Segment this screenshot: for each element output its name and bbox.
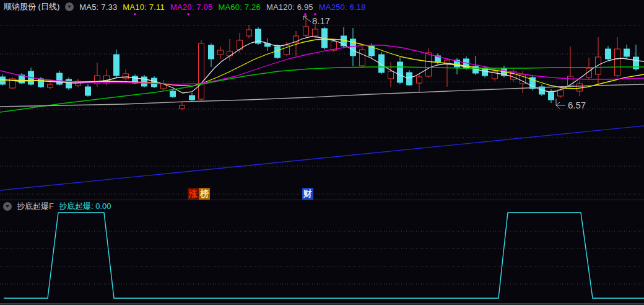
ma60-line [0,67,644,112]
stock-title: 顺钠股份 (日线) [4,1,59,12]
candle-down [350,28,356,66]
candle-down [66,77,72,90]
candle-up [615,37,620,77]
candle-up [246,25,252,38]
candle-down [28,68,34,86]
bottom-scrollbar[interactable] [0,303,644,305]
low-price-annotation: 6.57 [568,100,586,110]
ma250-label: MA250: 6.18 [319,2,366,12]
ma5-label: MA5: 7.33 [79,2,117,12]
candle-body [66,79,72,88]
low-annotation-arrow [556,99,565,108]
candle-body [209,45,214,59]
candle-body [606,49,611,59]
candle-down [19,73,25,84]
hotspot-tag-bang[interactable]: 榜 [199,188,210,200]
candle-up [426,48,432,78]
main-chart-canvas[interactable] [0,0,644,200]
candle-up [360,46,365,68]
ma60-label: MA60: 7.26 [218,2,261,12]
indicator-name: 抄底起爆F [17,201,54,212]
candle-down [189,93,195,101]
indicator-value: 抄底起爆: 0.00 [59,201,111,212]
candle-body [104,76,110,83]
candle-down [57,71,63,86]
candle-up [48,82,53,89]
high-price-annotation: 8.17 [312,15,330,26]
candle-body [558,90,564,96]
ma120-line [0,84,644,107]
candle-up [303,15,309,37]
indicator-chart-canvas[interactable] [0,200,644,305]
candle-body [142,77,147,86]
candle-up [10,77,15,89]
candle-up [104,69,110,86]
high-annotation-arrow [303,16,311,22]
candle-body [313,29,318,36]
candle-body [549,92,554,100]
ma20-label: MA20: 7.05 [170,2,213,12]
candle-body [624,49,630,56]
candle-down [256,27,261,45]
candle-body [0,77,6,84]
candle-up [218,46,224,59]
candle-body [388,71,394,79]
indicator-line [4,213,644,298]
candle-body [417,77,422,83]
candle-body [85,87,91,95]
candle-body [398,62,403,82]
candle-down [624,45,630,58]
candle-up [511,68,516,82]
candle-body [38,79,44,87]
candle-body [114,55,120,76]
hotspot-tag-zhang[interactable]: 涨 [188,188,199,200]
candle-down [265,38,271,51]
candle-body [48,84,53,87]
stock-chart-window: 顺钠股份 (日线) MA5: 7.33 MA10: 7.11 MA20: 7.0… [0,0,644,305]
candle-up [558,87,564,98]
candle-up [199,40,204,100]
candle-body [360,50,365,66]
main-chart-header: 顺钠股份 (日线) MA5: 7.33 MA10: 7.11 MA20: 7.0… [0,0,366,14]
candle-down [398,57,403,84]
candle-up [123,69,129,81]
candle-body [426,53,432,76]
candle-down [152,76,157,88]
candle-up [445,58,450,87]
ma120-label: MA120: 6.95 [266,2,313,12]
candle-up [180,102,185,110]
candle-down [85,84,91,97]
candle-body [57,73,63,84]
candle-body [246,30,252,36]
candle-body [170,91,176,97]
candle-body [615,49,620,76]
chevron-down-icon[interactable] [65,2,74,11]
candle-up [568,46,573,87]
candle-up [596,37,601,85]
candle-up [417,74,422,92]
candle-body [568,76,573,86]
indicator-header: 抄底起爆F 抄底起爆: 0.00 [0,200,111,213]
candle-body [218,50,224,55]
candle-up [388,62,394,87]
ma250-line [0,126,644,190]
hotspot-tag-cai[interactable]: 财 [302,188,313,200]
candle-body [303,27,309,35]
candle-body [123,74,129,79]
candle-down [209,43,214,67]
candle-up [95,63,100,87]
candle-down [606,46,611,61]
candle-body [189,95,195,100]
candle-body [275,46,281,58]
chevron-down-icon[interactable] [3,202,12,211]
candle-body [180,105,185,108]
candle-body [407,73,412,85]
candle-down [275,45,281,59]
ma10-label: MA10: 7.11 [123,2,165,12]
candle-down [142,75,147,87]
candle-up [586,58,592,79]
candle-body [199,43,204,99]
